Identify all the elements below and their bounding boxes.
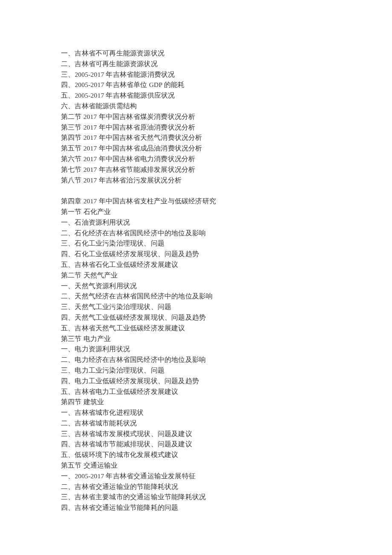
chapter-heading: 第四章 2017 年中国吉林省支柱产业与低碳经济研究 (61, 196, 392, 207)
toc-line: 四、天然气工业低碳经济发展现状、问题及趋势 (61, 312, 392, 323)
toc-line: 第五节 2017 年中国吉林省成品油消费状况分析 (61, 143, 392, 154)
blank-line (61, 185, 392, 196)
toc-line: 二、电力经济在吉林省国民经济中的地位及影响 (61, 355, 392, 365)
section-heading: 第四节 建筑业 (61, 397, 392, 408)
toc-line: 第八节 2017 年吉林省治污发展状况分析 (61, 175, 392, 186)
toc-line: 一、2005-2017 年吉林省交通运输业发展特征 (61, 471, 392, 482)
document-page: 一、吉林省不可再生能源资源状况 二、吉林省可再生能源资源状况 三、2005-20… (0, 0, 392, 555)
toc-line: 三、2005-2017 年吉林省能源消费状况 (61, 69, 392, 80)
toc-line: 一、天然气资源利用状况 (61, 281, 392, 292)
toc-line: 六、吉林省能源供需结构 (61, 101, 392, 112)
toc-line: 一、吉林省不可再生能源资源状况 (61, 48, 392, 59)
section-heading: 第五节 交通运输业 (61, 460, 392, 471)
toc-line: 三、电力工业污染治理现状、问题 (61, 365, 392, 376)
toc-line: 二、天然气经济在吉林省国民经济中的地位及影响 (61, 291, 392, 302)
toc-line: 三、吉林省主要城市的交通运输业节能降耗状况 (61, 492, 392, 503)
toc-line: 第三节 2017 年中国吉林省原油消费状况分析 (61, 122, 392, 133)
toc-line: 三、石化工业污染治理现状、问题 (61, 238, 392, 249)
toc-line: 二、吉林省交通运输业的节能降耗状况 (61, 482, 392, 492)
toc-line: 五、吉林省电力工业低碳经济发展建议 (61, 387, 392, 397)
toc-line: 四、吉林省交通运输业节能降耗的问题 (61, 503, 392, 513)
toc-line: 四、2005-2017 年吉林省单位 GDP 的能耗 (61, 80, 392, 90)
toc-line: 第四节 2017 年中国吉林省天然气消费状况分析 (61, 133, 392, 143)
toc-line: 四、吉林省城市节能减排现状、问题及建议 (61, 439, 392, 450)
toc-line: 一、吉林省城市化进程现状 (61, 408, 392, 418)
section-heading: 第二节 天然气产业 (61, 270, 392, 281)
toc-line: 五、低碳环境下的城市化发展模式建议 (61, 450, 392, 460)
toc-line: 第七节 2017 年吉林省节能减排发展状况分析 (61, 165, 392, 175)
toc-line: 五、吉林省石化工业低碳经济发展建议 (61, 260, 392, 270)
toc-line: 二、吉林省可再生能源资源状况 (61, 59, 392, 69)
toc-line: 五、吉林省天然气工业低碳经济发展建议 (61, 323, 392, 334)
toc-line: 第六节 2017 年中国吉林省电力消费状况分析 (61, 154, 392, 165)
toc-line: 二、石化经济在吉林省国民经济中的地位及影响 (61, 228, 392, 239)
toc-line: 一、石油资源利用状况 (61, 217, 392, 228)
toc-line: 五、2005-2017 年吉林省能源供应状况 (61, 90, 392, 101)
toc-line: 三、吉林省城市发展模式现状、问题及建议 (61, 429, 392, 439)
toc-line: 四、石化工业低碳经济发展现状、问题及趋势 (61, 249, 392, 260)
toc-line: 第二节 2017 年中国吉林省煤炭消费状况分析 (61, 112, 392, 122)
toc-line: 一、电力资源利用状况 (61, 344, 392, 355)
section-heading: 第三节 电力产业 (61, 334, 392, 344)
toc-line: 二、吉林省城市能耗状况 (61, 418, 392, 429)
section-heading: 第一节 石化产业 (61, 207, 392, 217)
toc-line: 三、天然气工业污染治理现状、问题 (61, 302, 392, 312)
toc-line: 四、电力工业低碳经济发展现状、问题及趋势 (61, 376, 392, 387)
